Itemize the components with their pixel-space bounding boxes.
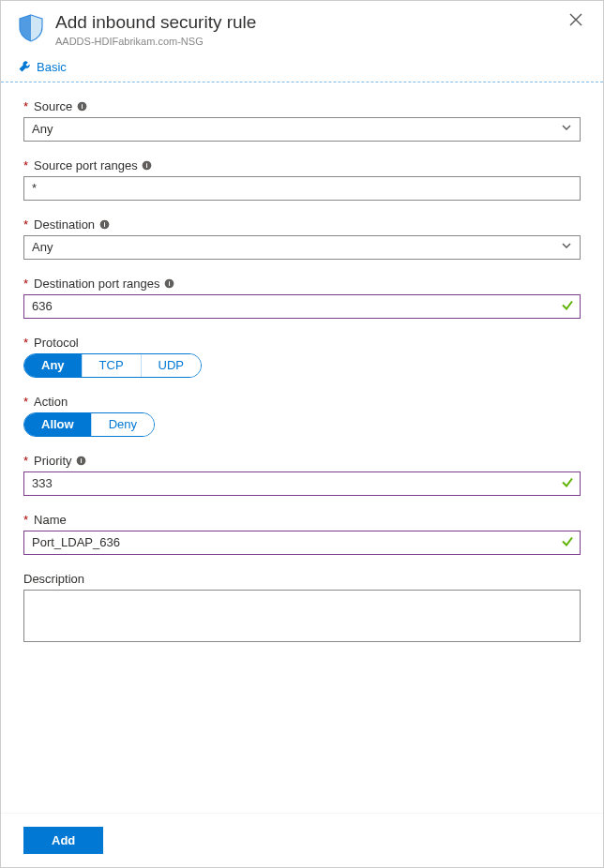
panel-subtitle: AADDS-HDIFabrikam.com-NSG bbox=[55, 36, 566, 47]
destination-label: *Destination i bbox=[23, 217, 581, 232]
source-label: *Source i bbox=[23, 99, 581, 113]
wrench-icon bbox=[18, 60, 31, 73]
panel-title: Add inbound security rule bbox=[55, 12, 566, 34]
info-icon[interactable]: i bbox=[76, 455, 87, 466]
check-icon bbox=[561, 298, 574, 314]
description-label: Description bbox=[23, 572, 581, 586]
add-button[interactable]: Add bbox=[23, 827, 103, 854]
chevron-down-icon bbox=[561, 122, 572, 136]
info-icon[interactable]: i bbox=[76, 100, 87, 112]
svg-text:i: i bbox=[80, 456, 82, 465]
divider bbox=[1, 82, 603, 82]
panel-header: Add inbound security rule AADDS-HDIFabri… bbox=[1, 1, 603, 54]
check-icon bbox=[561, 534, 574, 550]
priority-input[interactable] bbox=[23, 471, 581, 496]
svg-text:i: i bbox=[81, 102, 83, 111]
protocol-tcp-button[interactable]: TCP bbox=[82, 354, 141, 377]
basic-link[interactable]: Basic bbox=[37, 60, 67, 74]
source-port-ranges-input[interactable] bbox=[23, 176, 581, 201]
source-port-ranges-label: *Source port ranges i bbox=[23, 158, 581, 172]
destination-port-ranges-label: *Destination port ranges i bbox=[23, 277, 581, 291]
action-deny-button[interactable]: Deny bbox=[91, 413, 154, 436]
protocol-label: *Protocol bbox=[23, 336, 581, 350]
action-allow-button[interactable]: Allow bbox=[24, 413, 91, 436]
chevron-down-icon bbox=[561, 240, 572, 254]
svg-text:i: i bbox=[146, 161, 148, 170]
close-button[interactable] bbox=[566, 12, 586, 29]
source-value: Any bbox=[32, 122, 53, 136]
action-toggle: Allow Deny bbox=[23, 412, 155, 437]
svg-text:i: i bbox=[103, 220, 105, 229]
toolbar: Basic bbox=[1, 54, 603, 82]
destination-select[interactable]: Any bbox=[23, 235, 581, 260]
form: *Source i Any *Source port ranges i *Des… bbox=[1, 99, 603, 645]
protocol-toggle: Any TCP UDP bbox=[23, 353, 202, 378]
info-icon[interactable]: i bbox=[98, 218, 110, 230]
name-input[interactable] bbox=[23, 531, 581, 555]
source-select[interactable]: Any bbox=[23, 117, 581, 142]
info-icon[interactable]: i bbox=[142, 159, 153, 171]
destination-port-ranges-input[interactable] bbox=[23, 294, 581, 319]
footer: Add bbox=[1, 813, 603, 867]
action-label: *Action bbox=[23, 395, 581, 409]
check-icon bbox=[561, 475, 574, 491]
destination-value: Any bbox=[32, 240, 53, 254]
protocol-any-button[interactable]: Any bbox=[24, 354, 82, 377]
svg-text:i: i bbox=[168, 279, 170, 288]
description-input[interactable] bbox=[23, 590, 581, 642]
protocol-udp-button[interactable]: UDP bbox=[141, 354, 201, 377]
info-icon[interactable]: i bbox=[163, 277, 174, 289]
name-label: *Name bbox=[23, 513, 581, 527]
shield-icon bbox=[18, 14, 44, 45]
priority-label: *Priority i bbox=[23, 454, 581, 468]
